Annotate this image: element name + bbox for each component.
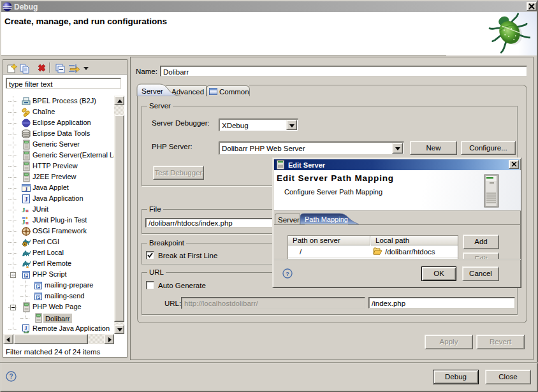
svg-text:?: ? <box>9 373 13 380</box>
svg-text:u: u <box>25 207 29 214</box>
svg-text:J: J <box>25 186 28 192</box>
svg-text:u: u <box>25 219 29 226</box>
svg-text:J: J <box>25 326 27 331</box>
svg-text:J: J <box>25 196 28 203</box>
svg-text:?: ? <box>286 270 289 277</box>
svg-text:P: P <box>37 295 40 300</box>
svg-text:P: P <box>37 284 40 289</box>
